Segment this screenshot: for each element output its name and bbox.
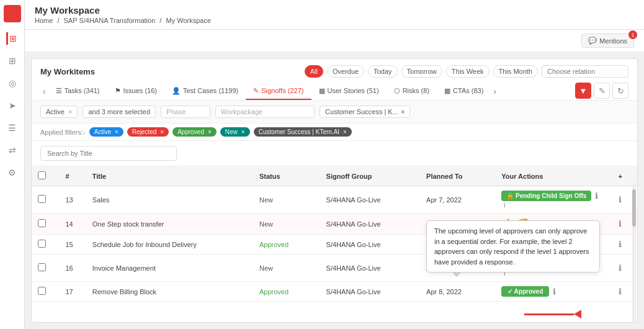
filter-action-btn[interactable]: ▼ <box>575 83 591 99</box>
row-title-13: Sales <box>86 186 253 214</box>
info-icon-13[interactable]: ℹ <box>595 191 598 201</box>
info-icon-17[interactable]: ℹ <box>553 287 556 296</box>
approved-btn-17[interactable]: ✓ Approved <box>501 286 549 297</box>
row-planned-13: Apr 7, 2022 <box>420 186 495 214</box>
sidebar-icon-target[interactable]: ◎ <box>6 77 19 89</box>
page-header: My Workspace Home / SAP S/4HANA Transfor… <box>25 0 644 30</box>
edit-action-btn[interactable]: ✎ <box>594 83 610 99</box>
nav-tabs-row: ‹ ☰ Tasks (341) ⚑ Issues (16) 👤 Test Cas… <box>40 83 628 100</box>
breadcrumb-workspace[interactable]: My Workspace <box>166 17 211 24</box>
sidebar-icon-grid[interactable]: ⊞ <box>6 55 19 67</box>
scrollbar-track[interactable] <box>632 183 636 323</box>
tab-ctas[interactable]: ▦ CTAs (83) <box>437 83 491 100</box>
row-info-btn-17[interactable]: ℹ <box>619 287 622 296</box>
nav-actions: ▼ ✎ ↻ <box>575 83 628 100</box>
scrollbar-thumb[interactable] <box>632 189 636 227</box>
workitems-header: My Workitems All Overdue Today Tomorrow … <box>32 59 637 101</box>
sidebar-icon-settings[interactable]: ⚙ <box>6 166 19 179</box>
risks-icon: ⬡ <box>394 87 400 95</box>
row-id-16: 16 <box>59 255 86 282</box>
applied-chip-new[interactable]: New × <box>220 127 250 137</box>
tab-testcases[interactable]: 👤 Test Cases (1199) <box>164 83 246 100</box>
ctas-icon: ▦ <box>444 87 450 95</box>
issues-icon: ⚑ <box>115 87 121 95</box>
filter-tabs-row: All Overdue Today Tomorrow This Week Thi… <box>305 65 628 78</box>
phase-filter[interactable]: Phase <box>161 106 210 118</box>
applied-active-close[interactable]: × <box>115 128 119 135</box>
row-checkbox-13[interactable] <box>38 195 46 203</box>
filter-tab-this-month[interactable]: This Month <box>493 65 538 78</box>
search-bar <box>32 141 637 166</box>
row-info-btn-13[interactable]: ℹ <box>619 195 622 204</box>
active-filter-chip[interactable]: Active × <box>40 106 78 118</box>
nav-next-arrow[interactable]: › <box>491 86 499 96</box>
row-signoff-17: S/4HANA Go-Live <box>320 282 420 302</box>
row-checkbox-17[interactable] <box>38 287 46 295</box>
tab-risks[interactable]: ⬡ Risks (8) <box>387 83 437 100</box>
breadcrumb-home[interactable]: Home <box>35 17 53 24</box>
row-info-btn-14[interactable]: ℹ <box>619 219 622 228</box>
col-your-actions: Your Actions <box>495 166 612 186</box>
search-input[interactable] <box>40 146 177 161</box>
applied-rejected-close[interactable]: × <box>160 128 164 135</box>
applied-chip-rejected[interactable]: Rejected × <box>127 127 169 137</box>
tab-tasks[interactable]: ☰ Tasks (341) <box>48 83 107 100</box>
filter-tab-today[interactable]: Today <box>368 65 397 78</box>
refresh-action-btn[interactable]: ↻ <box>612 83 628 99</box>
applied-filters-label: Applied filters:- <box>40 128 86 136</box>
userstories-icon: ▦ <box>319 87 325 95</box>
filter-tab-overdue[interactable]: Overdue <box>327 65 364 78</box>
row-signoff-14: S/4HANA Go-Live <box>320 214 420 235</box>
sidebar-icon-shuffle[interactable]: ⇄ <box>6 144 19 156</box>
tab-userstories[interactable]: ▦ User Stories (51) <box>311 83 387 100</box>
customer-chip-close[interactable]: × <box>401 108 405 115</box>
applied-chip-approved[interactable]: Approved × <box>172 127 217 137</box>
filter-tab-all[interactable]: All <box>305 65 323 78</box>
top-bar: 💬 Mentions 1 <box>25 30 644 52</box>
select-all-checkbox[interactable] <box>38 171 46 179</box>
col-planned-to: Planned To <box>420 166 495 186</box>
applied-chip-customer[interactable]: Customer Success | KTern.AI × <box>254 127 352 137</box>
row-status-17: Approved <box>253 282 320 302</box>
workpackage-filter[interactable]: Workpackage <box>215 106 315 118</box>
table-header-row: # Title Status Signoff Group Planned To … <box>32 166 637 186</box>
row-checkbox-16[interactable] <box>38 263 46 271</box>
customer-filter-chip[interactable]: Customer Success | K... × <box>320 106 410 118</box>
applied-approved-close[interactable]: × <box>208 128 212 135</box>
row-checkbox-14[interactable] <box>38 219 46 227</box>
filter-tab-tomorrow[interactable]: Tomorrow <box>401 65 442 78</box>
row-id-13: 13 <box>59 186 86 214</box>
sidebar-icon-list[interactable]: ☰ <box>6 122 19 134</box>
more-selected-chip[interactable]: and 3 more selected <box>83 106 156 118</box>
active-chip-close[interactable]: × <box>68 108 72 115</box>
filter-tab-this-week[interactable]: This Week <box>446 65 490 78</box>
row-info-btn-16[interactable]: ℹ <box>619 263 622 273</box>
row-info-btn-15[interactable]: ℹ <box>619 240 622 249</box>
breadcrumb-sap[interactable]: SAP S/4HANA Transformation <box>64 17 156 24</box>
row-signoff-13: S/4HANA Go-Live <box>320 186 420 214</box>
chat-icon: 💬 <box>588 37 597 45</box>
applied-chip-active[interactable]: Active × <box>89 127 123 137</box>
tab-signoffs[interactable]: ✎ Signoffs (227) <box>246 83 311 100</box>
row-actions-13: 🔒 Pending Child Sign Offs ℹ i <box>495 186 612 214</box>
applied-customer-close[interactable]: × <box>343 128 347 135</box>
app-logo[interactable] <box>4 5 21 22</box>
choose-relation-input[interactable] <box>542 65 628 78</box>
tab-issues[interactable]: ⚑ Issues (16) <box>107 83 164 100</box>
applied-new-close[interactable]: × <box>241 128 245 135</box>
row-id-14: 14 <box>59 214 86 235</box>
signoffs-icon: ✎ <box>253 87 259 95</box>
col-checkbox <box>32 166 59 186</box>
workitems-container: My Workitems All Overdue Today Tomorrow … <box>31 58 638 323</box>
col-id: # <box>59 166 86 186</box>
sidebar-icon-home[interactable]: ⊞ <box>6 32 19 45</box>
sidebar-icon-send[interactable]: ➤ <box>6 99 19 112</box>
pending-badge-13: 🔒 Pending Child Sign Offs <box>501 191 591 201</box>
col-status: Status <box>253 166 320 186</box>
mentions-button[interactable]: 💬 Mentions 1 <box>581 34 634 48</box>
row-title-15: Schedule Job for Inbound Delivery <box>86 235 253 255</box>
nav-prev-arrow[interactable]: ‹ <box>40 86 48 96</box>
workitems-title: My Workitems <box>40 67 95 76</box>
row-checkbox-15[interactable] <box>38 240 46 248</box>
main-content: My Workspace Home / SAP S/4HANA Transfor… <box>25 0 644 329</box>
